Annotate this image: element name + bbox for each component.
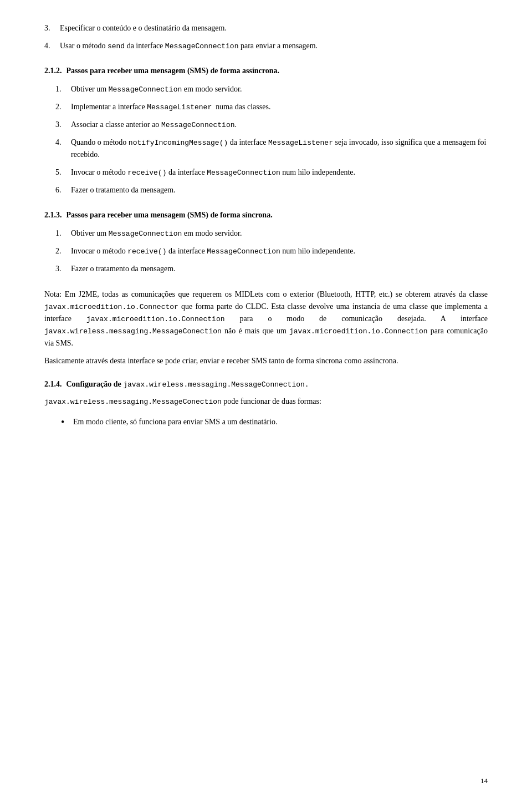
item-3-content: Especificar o conteúdo e o destinatário … bbox=[60, 22, 488, 34]
s212-item-4: 4. Quando o método notifyIncomingMessage… bbox=[55, 136, 488, 161]
top-items: 3. Especificar o conteúdo e o destinatár… bbox=[44, 22, 488, 52]
item-4: 4. Usar o método send da interface Messa… bbox=[44, 40, 488, 52]
bullet-symbol-1: • bbox=[61, 416, 73, 429]
section-213-title: Passos para receber uma mensagem (SMS) d… bbox=[66, 211, 273, 220]
section-214-subtitle: javax.wireless.messaging.MessageConectio… bbox=[44, 395, 488, 408]
section-213: 2.1.3. Passos para receber uma mensagem … bbox=[44, 211, 488, 275]
s212-item-6-num: 6. bbox=[55, 184, 71, 196]
section-212-number: 2.1.2. bbox=[44, 67, 62, 75]
s213-item-2-num: 2. bbox=[55, 245, 71, 257]
section-212-list: 1. Obtiver um MessageConnection em modo … bbox=[55, 83, 488, 196]
s212-item-1-content: Obtiver um MessageConnection em modo ser… bbox=[71, 83, 488, 95]
s213-item-1-content: Obtiver um MessageConnection em modo ser… bbox=[71, 227, 488, 240]
connection-code: javax.microedition.io.Connection bbox=[86, 315, 225, 323]
item-3-num: 3. bbox=[44, 22, 60, 34]
mc-code-s212-1: MessageConnection bbox=[109, 85, 182, 94]
item-3: 3. Especificar o conteúdo e o destinatár… bbox=[44, 22, 488, 34]
section-213-number: 2.1.3. bbox=[44, 211, 62, 220]
nota-para-2: Basicamente através desta interface se p… bbox=[44, 355, 488, 367]
s212-item-3: 3. Associar a classe anterior ao Message… bbox=[55, 119, 488, 131]
bullet-item-1: • Em modo cliente, só funciona para envi… bbox=[61, 416, 488, 429]
send-code: send bbox=[108, 42, 125, 50]
s213-item-1-num: 1. bbox=[55, 227, 71, 240]
s212-item-5-num: 5. bbox=[55, 166, 71, 179]
s212-item-4-num: 4. bbox=[55, 136, 71, 161]
s213-item-3-content: Fazer o tratamento da mensagem. bbox=[71, 263, 488, 275]
msg-conection-code: javax.wireless.messaging.MessageConectio… bbox=[44, 327, 222, 336]
s212-item-5: 5. Invocar o método receive() da interfa… bbox=[55, 166, 488, 179]
receive-code-s212: receive() bbox=[127, 169, 166, 177]
section-214-bullets: • Em modo cliente, só funciona para envi… bbox=[61, 416, 488, 429]
s212-item-3-content: Associar a classe anterior ao MessageCon… bbox=[71, 119, 488, 131]
page-number: 14 bbox=[480, 776, 488, 785]
s212-item-2-num: 2. bbox=[55, 101, 71, 113]
item-4-content: Usar o método send da interface MessageC… bbox=[60, 40, 488, 52]
ml-code-s212-4: MessageListener bbox=[268, 139, 333, 147]
receive-code-s213: receive() bbox=[127, 247, 166, 256]
s212-item-6-content: Fazer o tratamento da mensagem. bbox=[71, 184, 488, 196]
s212-item-3-num: 3. bbox=[55, 119, 71, 131]
s212-item-5-content: Invocar o método receive() da interface … bbox=[71, 166, 488, 179]
s212-item-2: 2. Implementar a interface MessageListen… bbox=[55, 101, 488, 113]
s212-item-6: 6. Fazer o tratamento da mensagem. bbox=[55, 184, 488, 196]
ml-code-s212: MessageListener bbox=[147, 103, 212, 111]
mc-code-s212-5: MessageConnection bbox=[207, 169, 280, 177]
section-214-title: Configuração de javax.wireless.messaging… bbox=[66, 380, 309, 389]
s212-item-2-content: Implementar a interface MessageListener … bbox=[71, 101, 488, 113]
connection-code-2: javax.microedition.io.Connection bbox=[289, 327, 428, 336]
s212-item-1-num: 1. bbox=[55, 83, 71, 95]
mc-code-s212-3: MessageConnection bbox=[161, 121, 235, 129]
item-4-num: 4. bbox=[44, 40, 60, 52]
section-212-heading: 2.1.2. Passos para receber uma mensagem … bbox=[44, 67, 488, 75]
s213-item-2-content: Invocar o método receive() da interface … bbox=[71, 245, 488, 257]
s213-item-3-num: 3. bbox=[55, 263, 71, 275]
notify-code: notifyIncomingMessage() bbox=[129, 139, 228, 147]
msg-conection-code-214: javax.wireless.messaging.MessageConectio… bbox=[44, 398, 222, 406]
page-container: 3. Especificar o conteúdo e o destinatár… bbox=[0, 0, 532, 802]
s212-item-4-content: Quando o método notifyIncomingMessage() … bbox=[71, 136, 488, 161]
section-214: 2.1.4. Configuração de javax.wireless.me… bbox=[44, 380, 488, 429]
section-213-list: 1. Obtiver um MessageConnection em modo … bbox=[55, 227, 488, 275]
mc-code-s213-1: MessageConnection bbox=[109, 230, 182, 238]
s213-item-3: 3. Fazer o tratamento da mensagem. bbox=[55, 263, 488, 275]
section-213-heading: 2.1.3. Passos para receber uma mensagem … bbox=[44, 211, 488, 220]
section-214-number: 2.1.4. bbox=[44, 380, 62, 389]
section-214-heading: 2.1.4. Configuração de javax.wireless.me… bbox=[44, 380, 488, 389]
s213-item-2: 2. Invocar o método receive() da interfa… bbox=[55, 245, 488, 257]
mc-code-s213-2: MessageConnection bbox=[207, 247, 280, 256]
connector-code: javax.microedition.io.Connector bbox=[44, 303, 178, 311]
section-212-title: Passos para receber uma mensagem (SMS) d… bbox=[66, 67, 280, 75]
s212-item-1: 1. Obtiver um MessageConnection em modo … bbox=[55, 83, 488, 95]
section-214-title-bold: Configuração de bbox=[66, 380, 121, 388]
messageconnection-code-1: MessageConnection bbox=[165, 42, 239, 50]
s213-item-1: 1. Obtiver um MessageConnection em modo … bbox=[55, 227, 488, 240]
nota-block: Nota: Em J2ME, todas as comunicações que… bbox=[44, 288, 488, 367]
section-214-title-code: javax.wireless.messaging.MessageConnecti… bbox=[123, 380, 309, 389]
bullet-content-1: Em modo cliente, só funciona para enviar… bbox=[73, 416, 488, 428]
section-212: 2.1.2. Passos para receber uma mensagem … bbox=[44, 67, 488, 196]
nota-para-1: Nota: Em J2ME, todas as comunicações que… bbox=[44, 288, 488, 349]
